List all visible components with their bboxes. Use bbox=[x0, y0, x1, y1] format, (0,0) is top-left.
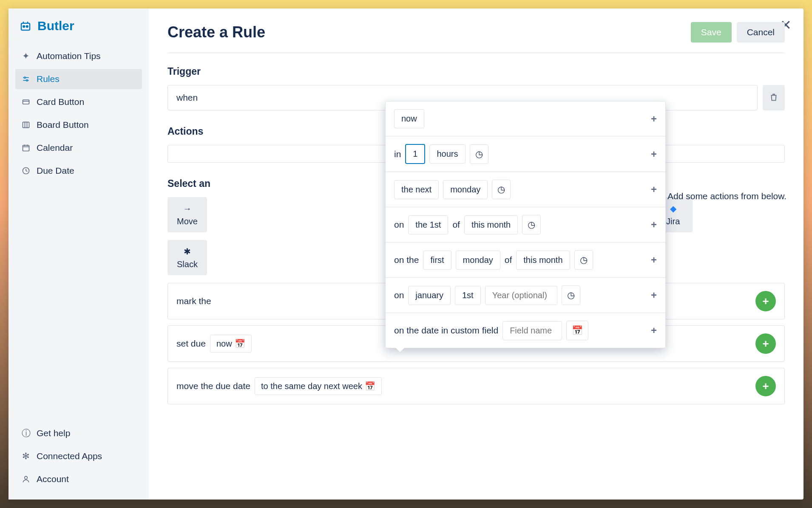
svg-line-20 bbox=[26, 171, 27, 172]
token-thismonth[interactable]: this month bbox=[464, 215, 518, 234]
add-option-button[interactable]: + bbox=[651, 325, 657, 336]
svg-point-21 bbox=[25, 476, 28, 479]
trigger-when-text: when bbox=[176, 93, 198, 103]
svg-point-8 bbox=[26, 80, 28, 81]
sliders-icon bbox=[21, 74, 31, 84]
sidebar-item-label: Automation Tips bbox=[37, 51, 101, 61]
token-monday[interactable]: monday bbox=[443, 180, 488, 199]
sidebar-item-label: Get help bbox=[37, 428, 70, 438]
clock-icon: ◷ bbox=[497, 184, 505, 195]
time-picker-button[interactable]: ◷ bbox=[470, 144, 488, 164]
date-picker-button[interactable]: 📅 bbox=[566, 321, 588, 340]
svg-rect-0 bbox=[21, 23, 30, 30]
time-picker-button[interactable]: ◷ bbox=[562, 285, 580, 305]
card-text: mark the bbox=[176, 296, 211, 306]
tile-move[interactable]: → Move bbox=[168, 197, 207, 232]
gear-icon: ✻ bbox=[21, 452, 31, 461]
prefix-text: on bbox=[394, 290, 404, 300]
add-action-button[interactable]: + bbox=[755, 376, 776, 396]
calendar-small-icon: 📅 bbox=[235, 339, 245, 349]
clock-icon: ◷ bbox=[475, 149, 483, 159]
brand: Butler bbox=[15, 19, 142, 33]
prefix-text: in bbox=[394, 149, 401, 159]
token-january[interactable]: january bbox=[408, 286, 451, 305]
token-thismonth[interactable]: this month bbox=[516, 251, 570, 270]
svg-rect-9 bbox=[23, 100, 29, 104]
add-action-button[interactable]: + bbox=[755, 291, 776, 311]
prefix-text: on the date in custom field bbox=[394, 325, 498, 336]
sidebar-item-board-button[interactable]: Board Button bbox=[15, 115, 142, 135]
svg-rect-11 bbox=[23, 122, 29, 127]
sidebar-item-label: Account bbox=[37, 474, 69, 484]
time-picker-button[interactable]: ◷ bbox=[492, 180, 511, 199]
token-thenext[interactable]: the next bbox=[394, 180, 439, 199]
sidebar-item-label: Board Button bbox=[37, 120, 89, 130]
calendar-icon: 📅 bbox=[572, 325, 583, 336]
sidebar-item-account[interactable]: Account bbox=[15, 469, 142, 489]
sidebar-item-connected-apps[interactable]: ✻ Connected Apps bbox=[15, 446, 142, 466]
time-picker-button[interactable]: ◷ bbox=[574, 250, 593, 270]
sidebar-item-label: Rules bbox=[37, 74, 60, 84]
page-title: Create a Rule bbox=[168, 23, 265, 41]
token-first[interactable]: first bbox=[423, 251, 451, 270]
pill-now[interactable]: now 📅 bbox=[210, 335, 252, 353]
clock-icon: ◷ bbox=[528, 220, 535, 230]
sidebar-item-calendar[interactable]: Calendar bbox=[15, 138, 142, 158]
sidebar-item-due-date[interactable]: Due Date bbox=[15, 161, 142, 181]
sidebar-nav: ✦ Automation Tips Rules Card Button Boa bbox=[15, 46, 142, 181]
tile-slack[interactable]: ✱ Slack bbox=[168, 240, 207, 275]
sidebar-item-label: Calendar bbox=[37, 143, 73, 153]
field-name-input[interactable] bbox=[503, 321, 562, 340]
add-option-button[interactable]: + bbox=[651, 148, 657, 160]
card-icon bbox=[21, 97, 31, 107]
save-button[interactable]: Save bbox=[691, 22, 732, 42]
add-option-button[interactable]: + bbox=[651, 254, 657, 266]
arrow-right-icon: → bbox=[182, 203, 193, 214]
card-text: set due bbox=[176, 339, 206, 349]
main-content: Create a Rule Save Cancel Trigger when A… bbox=[149, 8, 803, 500]
butler-icon bbox=[19, 19, 32, 33]
popover-row-now: now + bbox=[386, 102, 665, 136]
pill-nextweek[interactable]: to the same day next week 📅 bbox=[255, 377, 382, 395]
app-window: ✕ Butler ✦ Automation Tips Rules bbox=[9, 8, 803, 500]
header-actions: Save Cancel bbox=[691, 22, 785, 42]
popover-row-on-month-day: on january 1st ◷ + bbox=[386, 278, 665, 313]
add-action-button[interactable]: + bbox=[755, 333, 776, 354]
popover-row-next-day: the next monday ◷ + bbox=[386, 172, 665, 207]
token-number[interactable]: 1 bbox=[405, 144, 425, 164]
cancel-button[interactable]: Cancel bbox=[737, 22, 785, 42]
add-option-button[interactable]: + bbox=[651, 289, 657, 301]
date-popover: now + in 1 hours ◷ + the next monday ◷ bbox=[385, 101, 666, 348]
add-option-button[interactable]: + bbox=[651, 219, 657, 231]
clock-icon: ◷ bbox=[580, 255, 588, 265]
sidebar-item-get-help[interactable]: ⓘ Get help bbox=[15, 423, 142, 443]
popover-row-in-hours: in 1 hours ◷ + bbox=[386, 136, 665, 172]
delete-trigger-button[interactable] bbox=[763, 85, 785, 110]
trigger-section-title: Trigger bbox=[168, 66, 785, 77]
sidebar-item-rules[interactable]: Rules bbox=[15, 69, 142, 89]
sidebar-item-card-button[interactable]: Card Button bbox=[15, 92, 142, 112]
token-now[interactable]: now bbox=[394, 109, 424, 128]
time-picker-button[interactable]: ◷ bbox=[522, 215, 541, 234]
token-1st[interactable]: 1st bbox=[455, 286, 481, 305]
sidebar: Butler ✦ Automation Tips Rules Card Butt… bbox=[9, 8, 149, 500]
slack-icon: ✱ bbox=[182, 246, 193, 257]
sidebar-item-label: Card Button bbox=[37, 97, 84, 107]
pill-text: now bbox=[216, 339, 232, 349]
user-icon bbox=[21, 474, 31, 484]
page-header: Create a Rule Save Cancel bbox=[168, 22, 785, 53]
tile-label: Slack bbox=[177, 260, 198, 269]
token-1st[interactable]: the 1st bbox=[408, 215, 448, 234]
svg-point-4 bbox=[26, 25, 28, 27]
year-input[interactable] bbox=[485, 286, 557, 305]
action-card-movedue: move the due date to the same day next w… bbox=[168, 368, 785, 404]
sidebar-item-label: Due Date bbox=[37, 166, 74, 176]
add-option-button[interactable]: + bbox=[651, 183, 657, 195]
calendar-small-icon: 📅 bbox=[365, 381, 375, 391]
sidebar-footer: ⓘ Get help ✻ Connected Apps Account bbox=[15, 423, 142, 489]
token-hours[interactable]: hours bbox=[429, 144, 465, 164]
token-monday[interactable]: monday bbox=[456, 251, 500, 270]
popover-row-custom-field: on the date in custom field 📅 + bbox=[386, 313, 665, 348]
sidebar-item-automation-tips[interactable]: ✦ Automation Tips bbox=[15, 46, 142, 66]
add-option-button[interactable]: + bbox=[651, 113, 657, 125]
